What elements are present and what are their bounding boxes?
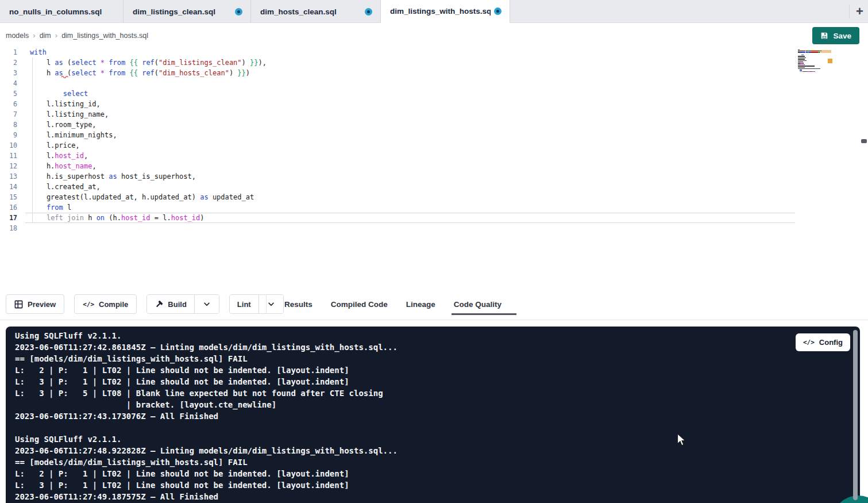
line-number: 15 xyxy=(0,192,17,202)
code-line: from l xyxy=(30,202,267,213)
mouse-cursor-icon xyxy=(677,433,687,447)
tab-label: dim_listings_with_hosts.sql xyxy=(390,7,491,16)
chevron-right-icon: › xyxy=(55,31,57,40)
code-line: l.room_type, xyxy=(30,120,267,130)
code-line: l.listing_id, xyxy=(30,99,267,109)
lint-split-button: Lint xyxy=(229,294,284,314)
tab-results[interactable]: Results xyxy=(284,300,313,309)
editor-scrollbar-thumb[interactable] xyxy=(861,139,867,143)
breadcrumb: models › dim › dim_listings_with_hosts.s… xyxy=(6,24,148,47)
build-button[interactable]: Build xyxy=(147,295,194,313)
chevron-down-icon xyxy=(203,300,211,308)
lint-button[interactable]: Lint xyxy=(230,295,259,313)
code-editor[interactable]: 123456789101112131415161718 with l as (s… xyxy=(0,47,868,291)
unsaved-changes-icon xyxy=(494,7,501,15)
line-number-gutter: 123456789101112131415161718 xyxy=(0,47,17,233)
line-number: 14 xyxy=(0,182,17,192)
floppy-disk-icon xyxy=(820,32,828,40)
line-number: 8 xyxy=(0,120,17,130)
code-line xyxy=(30,78,267,89)
tab-dim-hosts-clean[interactable]: dim_hosts_clean.sql xyxy=(251,0,381,23)
editor-tab-bar: no_nulls_in_columns.sql dim_listings_cle… xyxy=(0,0,868,23)
save-button-label: Save xyxy=(833,32,851,40)
tab-label: dim_hosts_clean.sql xyxy=(260,7,337,16)
line-number: 5 xyxy=(0,89,17,99)
line-number: 13 xyxy=(0,171,17,182)
tab-dim-listings-clean[interactable]: dim_listings_clean.sql xyxy=(124,0,251,23)
terminal-line: 2023-06-06T11:27:49.187575Z — All Finish… xyxy=(15,491,398,502)
breadcrumb-item-dim: dim xyxy=(40,32,51,40)
chevron-right-icon: › xyxy=(33,31,35,40)
chevron-down-icon xyxy=(267,300,275,308)
tab-no-nulls-in-columns[interactable]: no_nulls_in_columns.sql xyxy=(0,0,124,23)
unsaved-changes-icon xyxy=(365,8,372,16)
tab-lineage[interactable]: Lineage xyxy=(406,300,435,309)
code-brackets-icon: </> xyxy=(803,339,815,346)
terminal-line: == [models/dim/dim_listings_with_hosts.s… xyxy=(15,456,398,468)
breadcrumb-item-file: dim_listings_with_hosts.sql xyxy=(61,32,148,40)
config-button[interactable]: </> Config xyxy=(796,333,850,351)
code-line: l.created_at, xyxy=(30,182,267,192)
terminal-line: L: 3 | P: 5 | LT08 | Blank line expected… xyxy=(15,387,398,399)
terminal-line xyxy=(15,422,398,433)
terminal-line: | bracket. [layout.cte_newline] xyxy=(15,399,398,410)
code-line: l.minimum_nights, xyxy=(30,130,267,140)
code-line: select xyxy=(30,89,267,99)
action-toolbar: Preview </> Compile Build xyxy=(0,291,868,320)
line-number: 4 xyxy=(0,78,17,89)
compile-label: Compile xyxy=(99,300,128,309)
code-line xyxy=(30,223,267,233)
tab-label: no_nulls_in_columns.sql xyxy=(9,7,102,16)
terminal-scrollbar[interactable] xyxy=(853,330,858,500)
line-number: 16 xyxy=(0,202,17,213)
code-line: greatest(l.updated_at, h.updated_at) as … xyxy=(30,192,267,202)
build-split-button: Build xyxy=(146,294,219,314)
code-line: left join h on (h.host_id = l.host_id) xyxy=(30,213,267,223)
terminal-line: 2023-06-06T11:27:42.861845Z — Linting mo… xyxy=(15,341,398,353)
unsaved-changes-icon xyxy=(235,8,242,16)
terminal-line: 2023-06-06T11:27:48.922828Z — Linting mo… xyxy=(15,445,398,456)
build-dropdown-button[interactable] xyxy=(194,295,219,313)
line-number: 6 xyxy=(0,99,17,109)
tab-compiled-code[interactable]: Compiled Code xyxy=(331,300,388,309)
tab-code-quality[interactable]: Code Quality xyxy=(454,300,501,309)
lint-dropdown-button[interactable] xyxy=(259,295,283,313)
lint-squiggle-icon xyxy=(61,75,70,78)
terminal-line: L: 3 | P: 1 | LT02 | Line should not be … xyxy=(15,376,398,387)
terminal-line: Using SQLFluff v2.1.1. xyxy=(15,330,398,341)
line-number: 2 xyxy=(0,57,17,68)
terminal-line: 2023-06-06T11:27:43.173076Z — All Finish… xyxy=(15,410,398,422)
dbt-ide-window: { "tabs": { "new_tab_label": "+", "items… xyxy=(0,0,868,503)
line-number: 7 xyxy=(0,109,17,120)
lint-label: Lint xyxy=(237,300,251,309)
line-number: 3 xyxy=(0,68,17,78)
code-line: h.is_superhost as host_is_superhost, xyxy=(30,171,267,182)
new-tab-button[interactable]: + xyxy=(851,0,868,23)
panel-divider xyxy=(0,320,868,320)
code-brackets-icon: </> xyxy=(83,301,94,308)
config-label: Config xyxy=(819,338,843,347)
tab-dim-listings-with-hosts[interactable]: dim_listings_with_hosts.sql xyxy=(381,0,510,23)
line-number: 17 xyxy=(0,213,17,223)
code-line: l.listing_name, xyxy=(30,109,267,120)
preview-button[interactable]: Preview xyxy=(6,294,64,314)
compile-button[interactable]: </> Compile xyxy=(74,294,137,314)
breadcrumb-item-models: models xyxy=(6,32,29,40)
grid-icon xyxy=(14,300,23,309)
lint-terminal: Using SQLFluff v2.1.1.2023-06-06T11:27:4… xyxy=(6,327,860,503)
tab-label: dim_listings_clean.sql xyxy=(133,7,215,16)
code-line: with xyxy=(30,47,267,57)
terminal-line: L: 3 | P: 1 | LT02 | Line should not be … xyxy=(15,479,398,491)
code-line: l as (select * from {{ ref("dim_listings… xyxy=(30,57,267,68)
terminal-line: Using SQLFluff v2.1.1. xyxy=(15,433,398,445)
code-line: h.host_name, xyxy=(30,161,267,171)
code-line: l.price, xyxy=(30,140,267,151)
terminal-line: == [models/dim/dim_listings_with_hosts.s… xyxy=(15,353,398,364)
line-number: 1 xyxy=(0,47,17,57)
minimap[interactable] xyxy=(798,49,831,74)
terminal-line: L: 2 | P: 1 | LT02 | Line should not be … xyxy=(15,468,398,479)
toolbar-divider xyxy=(266,294,267,314)
tab-bar-divider xyxy=(849,5,850,18)
save-button[interactable]: Save xyxy=(812,27,859,44)
line-number: 9 xyxy=(0,130,17,140)
